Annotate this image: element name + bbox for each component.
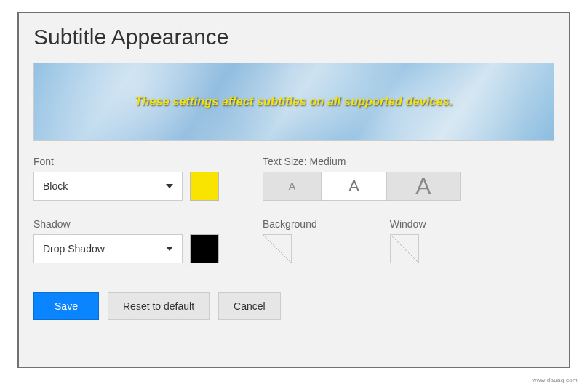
text-size-group: Text Size: Medium A A A [263, 156, 461, 201]
font-label: Font [33, 156, 219, 167]
text-size-medium[interactable]: A [322, 172, 387, 200]
font-color-swatch[interactable] [190, 172, 219, 201]
shadow-group: Shadow Drop Shadow [33, 218, 219, 263]
shadow-color-swatch[interactable] [190, 234, 219, 263]
controls-row-2: Shadow Drop Shadow Background Window [33, 218, 554, 263]
shadow-value: Drop Shadow [43, 243, 105, 255]
background-label: Background [263, 218, 317, 230]
cancel-button[interactable]: Cancel [218, 292, 281, 320]
text-size-selector: A A A [263, 172, 461, 201]
chevron-down-icon [166, 184, 173, 188]
reset-button[interactable]: Reset to default [108, 292, 210, 320]
window-group: Window [390, 218, 426, 263]
save-button[interactable]: Save [33, 292, 99, 320]
shadow-select[interactable]: Drop Shadow [33, 234, 183, 263]
chevron-down-icon [166, 247, 173, 251]
font-group: Font Block [33, 156, 219, 201]
preview-text: These settings affect subtitles on all s… [135, 95, 453, 108]
action-buttons: Save Reset to default Cancel [33, 292, 554, 320]
page-title: Subtitle Appearance [33, 25, 554, 49]
shadow-label: Shadow [33, 218, 219, 230]
settings-panel: Subtitle Appearance These settings affec… [17, 12, 570, 368]
font-value: Block [43, 180, 68, 192]
controls-row-1: Font Block Text Size: Medium A A A [33, 156, 554, 201]
background-group: Background [263, 218, 317, 263]
text-size-small[interactable]: A [263, 172, 322, 200]
text-size-label: Text Size: Medium [263, 156, 461, 167]
background-none-swatch[interactable] [263, 234, 292, 263]
watermark: www.dauaq.com [532, 377, 578, 383]
window-label: Window [390, 218, 426, 230]
subtitle-preview: These settings affect subtitles on all s… [33, 63, 554, 141]
text-size-large[interactable]: A [387, 172, 460, 200]
font-select[interactable]: Block [33, 172, 183, 201]
window-none-swatch[interactable] [390, 234, 419, 263]
